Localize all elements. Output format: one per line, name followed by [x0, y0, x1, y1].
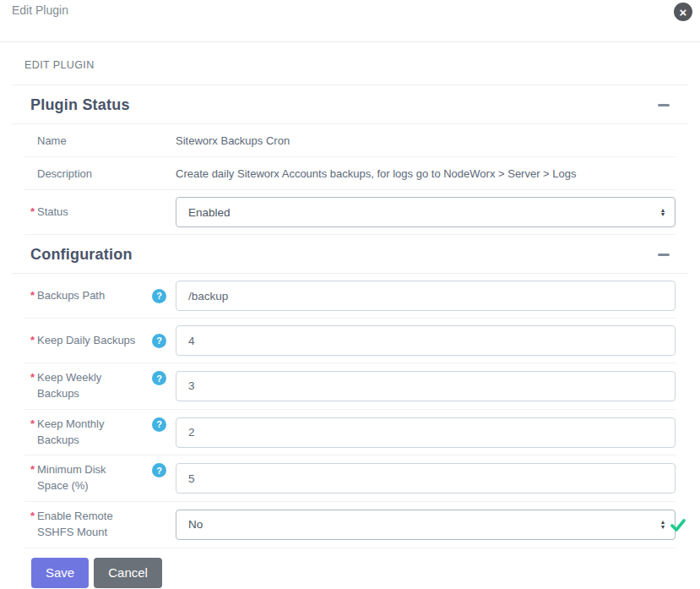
- name-value: Siteworx Backups Cron: [176, 134, 676, 147]
- status-label: *Status: [30, 205, 68, 221]
- cancel-button[interactable]: Cancel: [94, 558, 162, 588]
- keep-daily-backups-input[interactable]: [176, 325, 676, 356]
- field-label: *Minimum Disk Space (%): [30, 462, 138, 494]
- enable-remote-sshfs-row: *Enable Remote SSHFS Mount No ▴▾: [24, 502, 676, 548]
- help-icon[interactable]: ?: [152, 463, 166, 477]
- enable-remote-sshfs-select[interactable]: No ▴▾: [176, 510, 676, 540]
- close-icon[interactable]: ×: [674, 3, 692, 21]
- sshfs-selected-value: No: [188, 518, 203, 531]
- modal-body: EDIT PLUGIN Plugin Status Name Siteworx …: [0, 42, 700, 588]
- required-asterisk: *: [30, 333, 35, 349]
- form-actions: Save Cancel: [12, 548, 688, 588]
- configuration-rows: *Backups Path ? *Keep Daily Backups ? *K…: [12, 274, 688, 548]
- required-asterisk: *: [30, 370, 35, 386]
- configuration-heading: Configuration: [30, 246, 133, 264]
- modal-title: Edit Plugin: [12, 3, 68, 17]
- status-select[interactable]: Enabled ▴▾: [176, 197, 676, 227]
- help-icon[interactable]: ?: [152, 289, 166, 303]
- backups-path-row: *Backups Path ?: [24, 274, 676, 319]
- field-label: *Keep Weekly Backups: [30, 370, 138, 402]
- modal-header: Edit Plugin ×: [0, 0, 700, 42]
- save-button[interactable]: Save: [31, 558, 89, 588]
- keep-daily-backups-row: *Keep Daily Backups ?: [24, 319, 676, 363]
- required-asterisk: *: [30, 509, 35, 525]
- field-label: *Keep Daily Backups: [30, 333, 135, 349]
- plugin-status-section-header: Plugin Status: [12, 85, 688, 124]
- backups-path-input[interactable]: [176, 281, 676, 311]
- name-label: Name: [30, 134, 67, 147]
- name-row: Name Siteworx Backups Cron: [24, 124, 676, 157]
- status-row: *Status Enabled ▴▾: [24, 190, 676, 235]
- plugin-status-rows: Name Siteworx Backups Cron Description C…: [12, 124, 688, 235]
- valid-check-icon: [670, 516, 686, 533]
- keep-monthly-backups-input[interactable]: [176, 417, 676, 448]
- required-asterisk: *: [30, 205, 35, 221]
- field-label: *Enable Remote SSHFS Mount: [30, 509, 138, 541]
- select-arrows-icon: ▴▾: [661, 520, 665, 529]
- required-asterisk: *: [30, 417, 35, 433]
- help-icon[interactable]: ?: [152, 371, 166, 385]
- description-label: Description: [30, 167, 92, 180]
- description-value: Create daily Siteworx Accounts backups, …: [176, 167, 676, 180]
- required-asterisk: *: [30, 288, 35, 304]
- keep-monthly-backups-row: *Keep Monthly Backups ?: [24, 410, 676, 456]
- minimum-disk-space-input[interactable]: [176, 463, 676, 494]
- collapse-icon[interactable]: [658, 104, 670, 106]
- keep-weekly-backups-row: *Keep Weekly Backups ?: [24, 363, 676, 410]
- select-arrows-icon: ▴▾: [661, 208, 665, 217]
- plugin-status-heading: Plugin Status: [30, 96, 130, 114]
- minimum-disk-space-row: *Minimum Disk Space (%) ?: [24, 455, 676, 502]
- collapse-icon[interactable]: [658, 254, 670, 256]
- description-row: Description Create daily Siteworx Accoun…: [24, 157, 676, 190]
- status-selected-value: Enabled: [188, 206, 231, 219]
- help-icon[interactable]: ?: [152, 417, 166, 432]
- field-label: *Backups Path: [30, 288, 105, 304]
- keep-weekly-backups-input[interactable]: [176, 371, 676, 401]
- required-asterisk: *: [30, 462, 35, 478]
- configuration-section-header: Configuration: [12, 235, 688, 274]
- page-title: EDIT PLUGIN: [12, 42, 688, 85]
- field-label: *Keep Monthly Backups: [30, 417, 138, 449]
- help-icon[interactable]: ?: [152, 334, 166, 348]
